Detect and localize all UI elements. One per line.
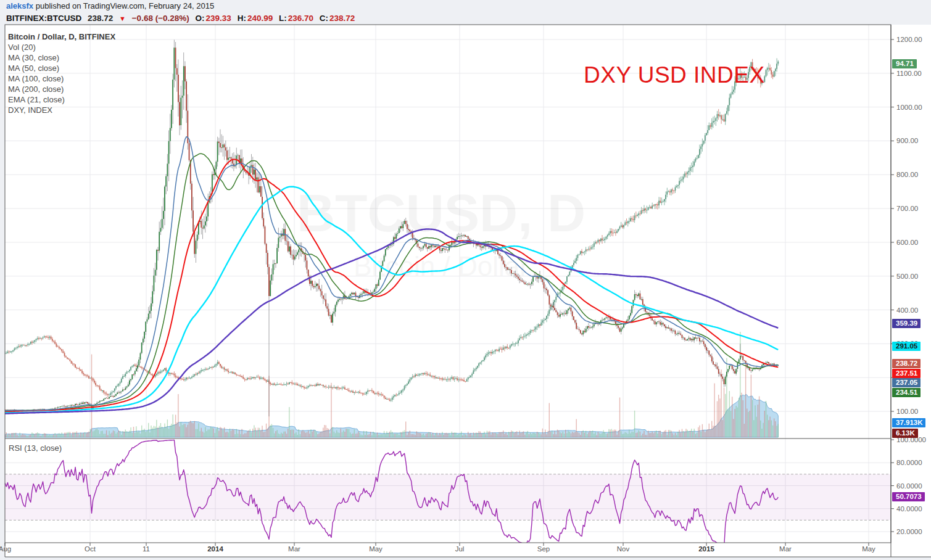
rsi-tick-label: 80.0000 — [896, 458, 922, 467]
legend-item-3[interactable]: MA (100, close) — [8, 73, 115, 84]
legend-item-6[interactable]: DXY, INDEX — [8, 105, 115, 115]
chart-title: Bitcoin / Dollar, D, BITFINEX — [8, 31, 115, 42]
time-tick-label: Aug — [0, 545, 19, 553]
time-tick-label: Nov — [610, 545, 637, 553]
axis-value-label-vol-last: 6.13K — [892, 429, 918, 438]
axis-value-label-ma30-last: 234.51 — [892, 388, 921, 397]
rsi-legend[interactable]: RSI (13, close) — [9, 443, 62, 453]
time-tick-label: May — [362, 545, 389, 553]
rsi-tick-label: 20.0000 — [896, 527, 922, 536]
time-tick-label: Oct — [77, 545, 104, 553]
axis-value-label-price-last: 238.72 — [892, 359, 921, 368]
price-tick-label: 400.00 — [896, 306, 918, 315]
dxy-annotation-text: DXY USD INDEX — [584, 62, 765, 88]
time-tick-label: Mar — [281, 545, 308, 553]
legend-item-2[interactable]: MA (50, close) — [8, 63, 115, 73]
rsi-pane[interactable] — [5, 439, 891, 543]
axis-value-label-ema21-last: 237.05 — [892, 378, 921, 387]
legend-item-4[interactable]: MA (200, close) — [8, 84, 115, 94]
axis-value-label-ma200-last: 359.39 — [892, 319, 921, 328]
time-tick-label: 11 — [133, 545, 160, 553]
time-tick-label: 2015 — [693, 545, 720, 553]
rsi-tick-label: 40.0000 — [896, 504, 922, 513]
axis-value-label-volma-last: 37.913K — [892, 418, 925, 427]
rsi-tick-label: 60.0000 — [896, 482, 922, 490]
time-tick-label: Sep — [530, 545, 557, 553]
legend-item-0[interactable]: Vol (20) — [8, 42, 115, 52]
price-tick-label: 700.00 — [896, 204, 918, 213]
price-tick-label: 1000.00 — [896, 103, 922, 112]
legend-item-5[interactable]: EMA (21, close) — [8, 94, 115, 105]
price-tick-label: 600.00 — [896, 238, 918, 247]
axis-value-label-ma50-last: 237.51 — [892, 369, 921, 378]
price-tick-label: 500.00 — [896, 272, 918, 281]
price-tick-label: 800.00 — [896, 170, 918, 179]
tradingview-published-chart: aleksfx published on TradingView.com, Fe… — [0, 0, 931, 560]
axis-value-label-rsi-last: 50.7073 — [892, 492, 925, 501]
price-tick-label: 1100.00 — [896, 69, 922, 78]
price-tick-label: 900.00 — [896, 136, 918, 145]
price-tick-label: 1200.00 — [896, 35, 922, 44]
axis-value-label-dxy-last: 94.71 — [892, 59, 917, 68]
time-tick-label: May — [855, 545, 882, 553]
time-tick-label: Jul — [446, 545, 473, 553]
time-tick-label: Mar — [772, 545, 799, 553]
price-tick-label: 100.00 — [896, 407, 918, 416]
time-tick-label: 2014 — [202, 545, 229, 553]
legend-item-1[interactable]: MA (30, close) — [8, 52, 115, 63]
main-legend: Bitcoin / Dollar, D, BITFINEX Vol (20)MA… — [8, 31, 115, 115]
axis-value-label-ma100-last: 291.05 — [892, 342, 921, 351]
